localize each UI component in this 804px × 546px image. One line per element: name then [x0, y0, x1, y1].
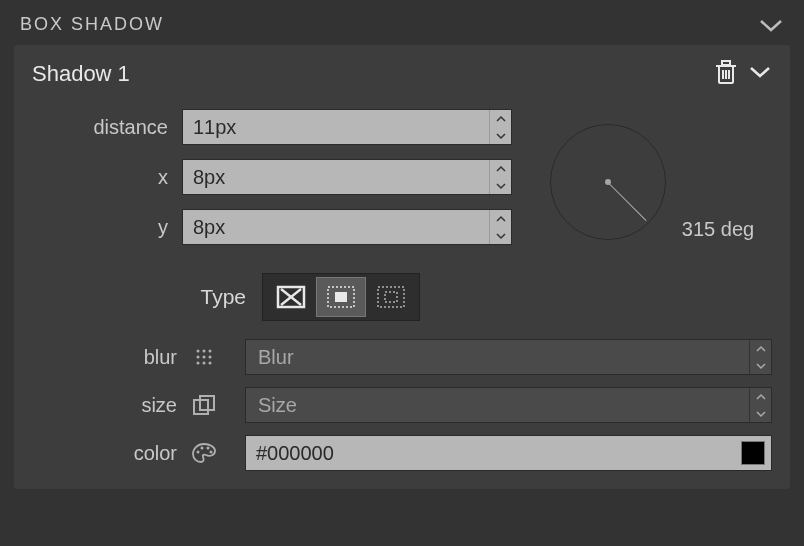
blur-step-down[interactable] [750, 357, 771, 374]
svg-point-25 [201, 447, 204, 450]
color-swatch[interactable] [741, 441, 765, 465]
blur-icon [187, 346, 221, 368]
shadow-item-header: Shadow 1 [32, 59, 772, 89]
angle-dial-indicator [607, 182, 646, 221]
type-button-group [262, 273, 420, 321]
x-step-down[interactable] [490, 177, 511, 194]
x-step-up[interactable] [490, 160, 511, 177]
shadow-collapse-button[interactable] [748, 65, 772, 83]
svg-point-20 [203, 362, 206, 365]
shadow-name: Shadow 1 [32, 61, 130, 87]
angle-readout: 315 deg [682, 218, 754, 245]
svg-point-21 [209, 362, 212, 365]
panel-title: BOX SHADOW [20, 14, 164, 35]
svg-point-13 [197, 350, 200, 353]
y-step-up[interactable] [490, 210, 511, 227]
svg-point-27 [210, 451, 213, 454]
y-stepper[interactable] [182, 209, 512, 245]
svg-rect-10 [335, 292, 347, 302]
palette-icon [187, 442, 221, 464]
type-outset-button[interactable] [316, 277, 366, 317]
x-stepper[interactable] [182, 159, 512, 195]
svg-point-18 [209, 356, 212, 359]
y-label: y [32, 216, 182, 239]
distance-step-up[interactable] [490, 110, 511, 127]
distance-stepper[interactable] [182, 109, 512, 145]
type-inset-button[interactable] [366, 277, 416, 317]
angle-dial-center [605, 179, 611, 185]
svg-point-26 [207, 447, 210, 450]
svg-rect-5 [722, 61, 730, 65]
y-input[interactable] [183, 210, 489, 244]
y-step-down[interactable] [490, 227, 511, 244]
svg-point-15 [209, 350, 212, 353]
x-label: x [32, 166, 182, 189]
size-label: size [32, 394, 187, 417]
angle-dial[interactable] [550, 124, 666, 240]
blur-placeholder: Blur [246, 340, 749, 374]
distance-step-down[interactable] [490, 127, 511, 144]
svg-point-14 [203, 350, 206, 353]
type-label: Type [32, 285, 262, 309]
type-none-button[interactable] [266, 277, 316, 317]
distance-input[interactable] [183, 110, 489, 144]
size-stepper[interactable]: Size [245, 387, 772, 423]
distance-label: distance [32, 116, 182, 139]
delete-shadow-button[interactable] [714, 59, 738, 89]
svg-rect-11 [378, 287, 404, 307]
shadow-item: Shadow 1 distance [14, 45, 790, 489]
x-input[interactable] [183, 160, 489, 194]
blur-step-up[interactable] [750, 340, 771, 357]
size-placeholder: Size [246, 388, 749, 422]
color-input-wrap[interactable] [245, 435, 772, 471]
blur-label: blur [32, 346, 187, 369]
color-label: color [32, 442, 187, 465]
size-step-up[interactable] [750, 388, 771, 405]
svg-point-16 [197, 356, 200, 359]
svg-point-24 [197, 451, 200, 454]
svg-point-19 [197, 362, 200, 365]
panel-header: BOX SHADOW [0, 0, 804, 45]
svg-rect-12 [385, 292, 397, 302]
panel-collapse-button[interactable] [758, 17, 784, 33]
blur-stepper[interactable]: Blur [245, 339, 772, 375]
svg-point-17 [203, 356, 206, 359]
size-icon [187, 394, 221, 416]
color-input[interactable] [246, 442, 741, 465]
size-step-down[interactable] [750, 405, 771, 422]
